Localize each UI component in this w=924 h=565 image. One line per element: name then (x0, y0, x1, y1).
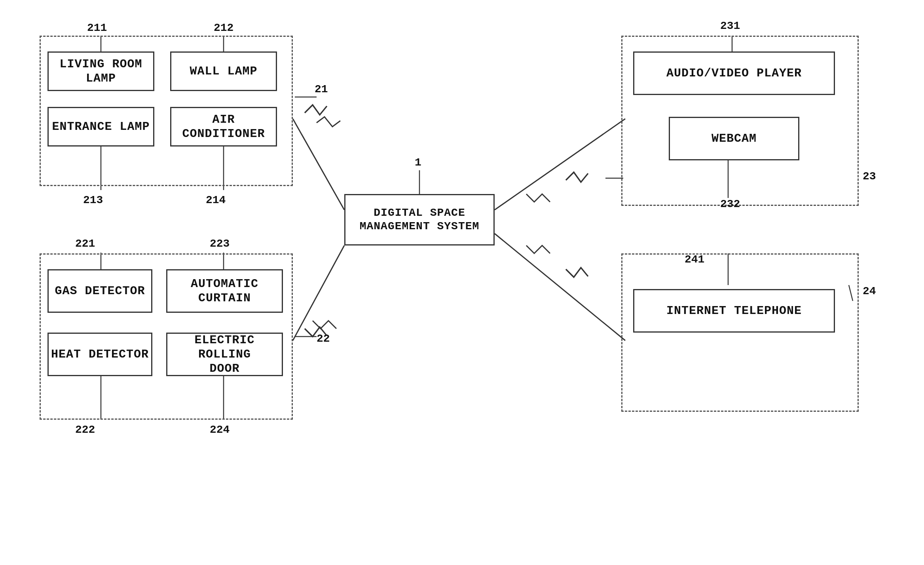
svg-line-3 (495, 234, 625, 341)
box-213: ENTRANCE LAMP (47, 107, 154, 146)
ref-24: 24 (863, 285, 876, 297)
box-213-label: ENTRANCE LAMP (52, 120, 150, 134)
box-232-label: WEBCAM (711, 131, 757, 146)
ref-212: 212 (214, 22, 233, 34)
ref-23: 23 (863, 170, 876, 183)
ref-222: 222 (75, 424, 95, 436)
box-231: AUDIO/VIDEO PLAYER (633, 51, 835, 95)
box-212-label: WALL LAMP (190, 64, 257, 78)
box-223: AUTOMATIC CURTAIN (166, 269, 283, 313)
box-211: LIVING ROOM LAMP (47, 51, 154, 91)
box-221-label: GAS DETECTOR (55, 284, 145, 298)
box-221: GAS DETECTOR (47, 269, 152, 313)
ref-221: 221 (75, 238, 95, 250)
box-214-label: AIR CONDITIONER (171, 112, 276, 141)
ref-214: 214 (206, 194, 226, 206)
box-211-label: LIVING ROOM LAMP (49, 57, 153, 86)
box-241: INTERNET TELEPHONE (633, 289, 835, 333)
box-214: AIR CONDITIONER (170, 107, 277, 146)
diagram: DIGITAL SPACE MANAGEMENT SYSTEM 1 21 LIV… (0, 0, 924, 565)
ref-231: 231 (720, 20, 740, 32)
box-212: WALL LAMP (170, 51, 277, 91)
svg-line-0 (293, 119, 344, 210)
box-241-label: INTERNET TELEPHONE (666, 304, 802, 318)
center-box-label: DIGITAL SPACE MANAGEMENT SYSTEM (360, 206, 480, 233)
ref-213: 213 (83, 194, 103, 206)
box-222: HEAT DETECTOR (47, 333, 152, 376)
ref-22: 22 (317, 333, 330, 345)
ref-232: 232 (720, 198, 740, 210)
svg-line-1 (293, 245, 344, 341)
svg-line-2 (495, 119, 625, 210)
ref-223: 223 (210, 238, 230, 250)
ref-1: 1 (415, 156, 421, 169)
ref-21: 21 (315, 83, 328, 95)
box-223-label: AUTOMATIC CURTAIN (167, 277, 282, 305)
ref-211: 211 (87, 22, 107, 34)
box-232: WEBCAM (669, 117, 799, 160)
ref-224: 224 (210, 424, 230, 436)
center-box: DIGITAL SPACE MANAGEMENT SYSTEM (344, 194, 495, 245)
group-24 (621, 253, 859, 412)
box-231-label: AUDIO/VIDEO PLAYER (666, 66, 802, 80)
box-224: ELECTRIC ROLLING DOOR (166, 333, 283, 376)
box-222-label: HEAT DETECTOR (51, 347, 149, 361)
ref-241: 241 (685, 253, 704, 266)
box-224-label: ELECTRIC ROLLING DOOR (167, 333, 282, 376)
